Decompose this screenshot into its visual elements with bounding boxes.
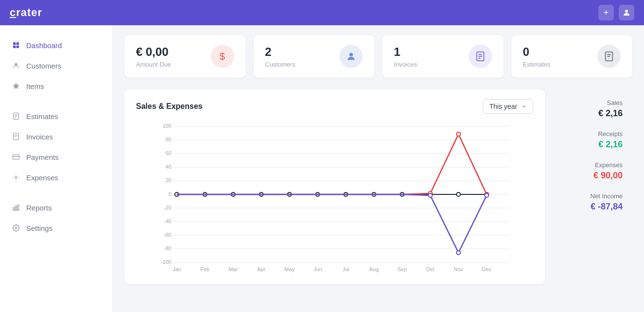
svg-text:Mar: Mar [229, 266, 238, 272]
chart-title: Sales & Expenses [136, 102, 203, 111]
svg-text:80: 80 [166, 137, 171, 142]
svg-text:Aug: Aug [369, 266, 379, 272]
svg-rect-18 [16, 206, 17, 210]
receipts-stat: Receipts € 2,16 [559, 130, 623, 150]
svg-text:20: 20 [166, 177, 171, 183]
sidebar-item-reports-label: Reports [26, 204, 52, 212]
dashboard-icon [12, 41, 20, 50]
stat-cards: € 0,00 Amount Due $ 2 Customers 1 Invoic… [124, 35, 632, 78]
sidebar-item-invoices[interactable]: Invoices [0, 126, 112, 147]
sidebar-item-expenses-label: Expenses [26, 173, 58, 182]
svg-rect-3 [13, 46, 16, 48]
svg-text:Apr: Apr [257, 266, 265, 272]
stat-card-customers: 2 Customers [254, 35, 375, 78]
svg-point-79 [457, 251, 460, 255]
svg-text:-80: -80 [164, 245, 171, 251]
right-stats: Sales € 2,16 Receipts € 2,16 Expenses € … [545, 89, 632, 284]
sidebar-item-expenses[interactable]: Expenses [0, 167, 112, 188]
svg-text:Dec: Dec [482, 266, 491, 272]
chart-header: Sales & Expenses This year [136, 99, 533, 114]
avatar-button[interactable] [619, 5, 634, 20]
svg-rect-1 [13, 42, 16, 45]
customers-value: 2 [265, 45, 296, 59]
sidebar-item-payments[interactable]: Payments [0, 147, 112, 167]
svg-text:May: May [285, 266, 295, 272]
sidebar-item-invoices-label: Invoices [26, 133, 53, 141]
svg-point-21 [349, 53, 353, 56]
svg-rect-2 [17, 42, 19, 45]
sidebar-item-estimates[interactable]: Estimates [0, 106, 112, 126]
sidebar-item-items[interactable]: Items [0, 76, 112, 96]
svg-text:40: 40 [166, 164, 171, 170]
svg-rect-4 [17, 46, 19, 48]
sidebar-item-settings-label: Settings [26, 224, 52, 232]
stat-card-amount-due: € 0,00 Amount Due $ [124, 35, 246, 78]
svg-point-76 [457, 132, 460, 136]
expenses-value: € 90,00 [559, 171, 623, 181]
sales-label: Sales [559, 99, 623, 106]
sidebar: Dashboard Customers Items Estimates Inv [0, 25, 113, 312]
sidebar-item-customers-label: Customers [26, 62, 62, 70]
logo: crater [10, 6, 42, 19]
svg-text:Jun: Jun [313, 266, 322, 272]
sidebar-item-reports[interactable]: Reports [0, 197, 112, 218]
receipts-label: Receipts [559, 130, 623, 138]
svg-text:Oct: Oct [426, 266, 434, 272]
main-layout: Dashboard Customers Items Estimates Inv [0, 25, 644, 312]
svg-rect-17 [13, 208, 15, 210]
content: € 0,00 Amount Due $ 2 Customers 1 Invoic… [113, 25, 644, 312]
person-icon [12, 61, 20, 70]
chart-svg: 100 80 60 40 20 0 -20 -40 -60 -80 -100 J… [136, 121, 533, 272]
svg-rect-19 [17, 205, 19, 210]
sidebar-item-items-label: Items [26, 82, 44, 90]
svg-text:-60: -60 [164, 232, 171, 238]
chart-section: Sales & Expenses This year [124, 89, 632, 284]
svg-text:Nov: Nov [454, 266, 463, 272]
stat-card-invoices: 1 Invoices [382, 35, 504, 78]
invoices-icon [469, 45, 492, 68]
customers-icon [339, 45, 363, 68]
svg-text:Feb: Feb [201, 266, 210, 272]
sidebar-item-dashboard-label: Dashboard [26, 41, 62, 50]
invoices-value: 1 [394, 45, 417, 59]
svg-point-0 [625, 10, 628, 13]
svg-text:0: 0 [169, 191, 171, 197]
svg-rect-14 [13, 155, 19, 159]
settings-icon [12, 224, 20, 232]
svg-point-78 [428, 193, 432, 197]
svg-point-16 [15, 176, 17, 178]
add-button[interactable]: + [598, 5, 614, 20]
stat-card-estimates: 0 Estimates [511, 35, 633, 78]
svg-text:-40: -40 [164, 218, 171, 224]
period-select[interactable]: This year [483, 99, 533, 114]
svg-point-20 [15, 227, 17, 229]
net-income-stat: Net Income € -87,84 [559, 192, 623, 212]
svg-text:Jan: Jan [172, 266, 181, 272]
invoices-label: Invoices [394, 61, 417, 68]
sales-stat: Sales € 2,16 [559, 99, 623, 119]
chart-panel: Sales & Expenses This year [124, 89, 545, 284]
reports-icon [12, 203, 20, 212]
sidebar-item-settings[interactable]: Settings [0, 218, 112, 238]
customers-label: Customers [265, 61, 296, 68]
estimates-value: 0 [523, 45, 551, 59]
amount-due-value: € 0,00 [136, 45, 171, 59]
net-income-value: € -87,84 [559, 202, 623, 212]
net-income-label: Net Income [559, 192, 623, 200]
svg-point-80 [485, 193, 489, 197]
chart-container: 100 80 60 40 20 0 -20 -40 -60 -80 -100 J… [136, 121, 533, 274]
amount-due-label: Amount Due [136, 61, 171, 68]
sidebar-item-dashboard[interactable]: Dashboard [0, 35, 112, 55]
svg-text:Sep: Sep [397, 266, 407, 272]
expenses-stat: Expenses € 90,00 [559, 161, 623, 181]
header: crater + [0, 0, 644, 25]
amount-due-icon: $ [211, 45, 234, 68]
sidebar-item-customers[interactable]: Customers [0, 55, 112, 76]
header-actions: + [598, 5, 634, 20]
sidebar-item-payments-label: Payments [26, 153, 59, 161]
svg-text:Jul: Jul [342, 266, 349, 272]
period-label: This year [489, 103, 517, 110]
invoices-icon [12, 132, 20, 141]
svg-marker-6 [13, 83, 19, 89]
estimates-label: Estimates [523, 61, 551, 68]
